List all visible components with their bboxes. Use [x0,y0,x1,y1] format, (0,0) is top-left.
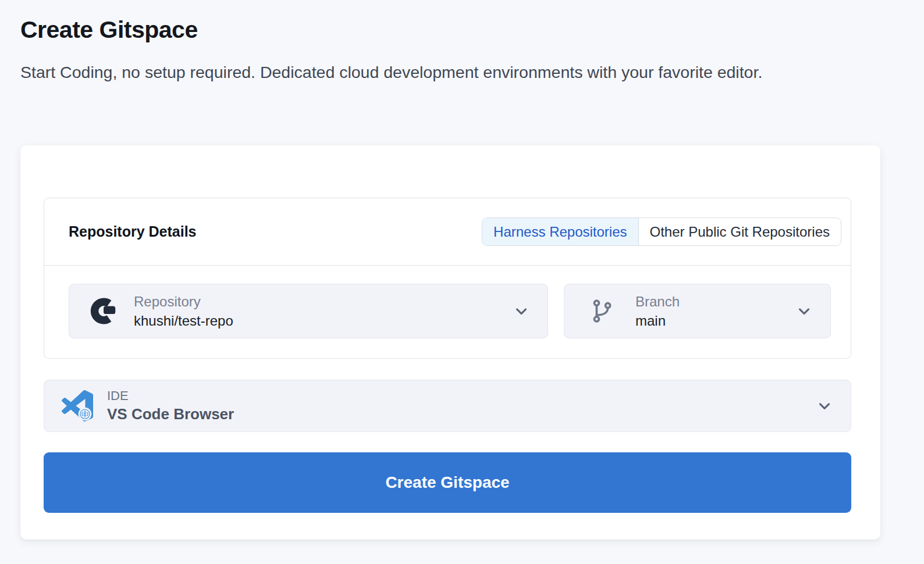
create-gitspace-card: Repository Details Harness Repositories … [20,145,880,540]
repository-select[interactable]: Repository khushi/test-repo [69,284,548,338]
ide-field-value: VS Code Browser [107,405,234,423]
git-branch-icon [589,298,616,324]
create-gitspace-button[interactable]: Create Gitspace [44,452,851,513]
page-subtitle: Start Coding, no setup required. Dedicat… [20,59,762,86]
repository-fields-row: Repository khushi/test-repo [44,266,851,338]
repository-field-text: Repository khushi/test-repo [134,294,233,329]
repository-field-value: khushi/test-repo [134,313,233,329]
branch-field-text: Branch main [635,294,680,329]
harness-code-icon [88,295,119,327]
branch-field-label: Branch [635,294,680,310]
tab-harness-repositories[interactable]: Harness Repositories [482,218,638,245]
repository-details-heading: Repository Details [69,223,197,240]
branch-select[interactable]: Branch main [564,284,831,338]
tab-other-public-git-repositories[interactable]: Other Public Git Repositories [639,218,841,245]
page-title: Create Gitspace [20,16,198,44]
chevron-down-icon[interactable] [513,302,530,320]
branch-field-value: main [635,313,680,329]
ide-select[interactable]: IDE VS Code Browser [44,380,851,432]
repository-details-panel: Repository Details Harness Repositories … [44,198,851,359]
vscode-browser-icon [62,390,93,422]
repository-details-header: Repository Details Harness Repositories … [44,198,851,266]
repository-field-label: Repository [134,294,233,310]
chevron-down-icon[interactable] [795,302,813,320]
ide-field-text: IDE VS Code Browser [107,388,234,423]
repository-source-toggle: Harness Repositories Other Public Git Re… [482,217,841,246]
chevron-down-icon[interactable] [816,397,833,415]
ide-field-label: IDE [107,388,234,404]
